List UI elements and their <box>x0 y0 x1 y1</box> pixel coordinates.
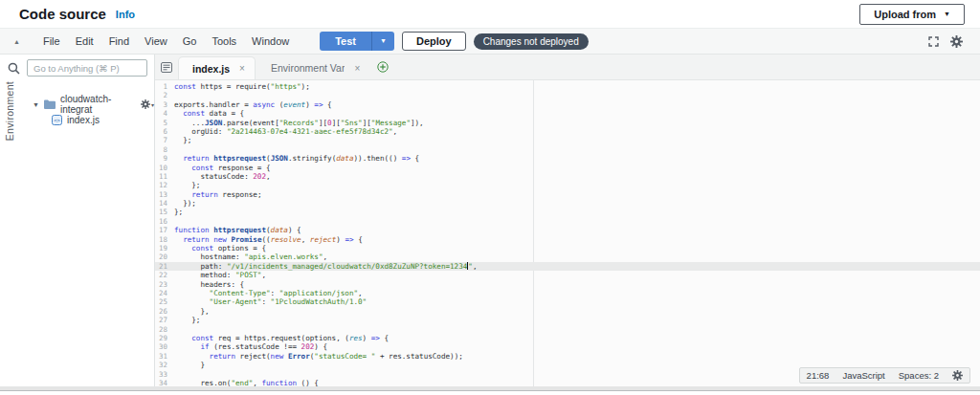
settings-gear-icon[interactable] <box>950 35 963 48</box>
menu-tools[interactable]: Tools <box>204 33 244 50</box>
code-line[interactable]: 28 <box>155 325 980 334</box>
tab-bar: index.js×Environment Var× <box>155 55 980 80</box>
close-icon[interactable]: × <box>239 63 245 74</box>
code-line[interactable]: 31 return reject(new Error("statusCode= … <box>155 352 980 361</box>
folder-icon <box>44 99 56 109</box>
menubar-menus: FileEditFindViewGoToolsWindow <box>35 33 297 50</box>
code-line[interactable]: 9 return httpsrequest(JSON.stringify(dat… <box>155 154 980 163</box>
code-text: const options = { <box>174 244 266 252</box>
tree-file-row-indexjs[interactable]: <> index.js <box>25 112 154 127</box>
new-tab-icon[interactable] <box>377 61 389 73</box>
code-line[interactable]: 19 const options = { <box>155 244 980 252</box>
code-text: }; <box>174 136 191 144</box>
line-number: 24 <box>155 289 174 297</box>
code-line[interactable]: 30 if (res.statusCode !== 202) { <box>155 342 980 351</box>
code-line[interactable]: 23 headers: { <box>155 280 980 289</box>
menu-view[interactable]: View <box>137 33 175 50</box>
editor-status-bar: 21:68 JavaScript Spaces: 2 <box>799 367 970 384</box>
code-line[interactable]: 29 const req = https.request(options, (r… <box>155 334 980 342</box>
code-line[interactable]: 20 hostname: "apis.elven.works", <box>155 252 980 261</box>
line-number: 21 <box>155 262 174 271</box>
code-text: ...JSON.parse(event["Records"][0]["Sns"]… <box>174 119 424 127</box>
code-text: } <box>174 361 205 369</box>
code-line[interactable]: 15}; <box>155 208 980 216</box>
code-text: }); <box>174 199 196 208</box>
menu-window[interactable]: Window <box>244 33 297 50</box>
code-line[interactable]: 16 <box>155 217 980 226</box>
close-icon[interactable]: × <box>354 63 360 74</box>
code-line[interactable]: 18 return new Promise((resolve, reject) … <box>155 235 980 244</box>
language-mode[interactable]: JavaScript <box>842 370 884 381</box>
page-title: Code source <box>19 6 106 22</box>
code-line[interactable]: 8 <box>155 145 980 154</box>
tab-list-icon[interactable] <box>161 62 172 73</box>
code-line[interactable]: 17function httpsrequest(data) { <box>155 226 980 234</box>
code-text: exports.handler = async (event) => { <box>174 100 332 109</box>
code-line[interactable]: 7 }; <box>155 136 980 144</box>
code-line[interactable]: 21 path: "/v1/incidents_managed/cloudwat… <box>155 262 980 271</box>
environment-panel-tab[interactable]: Environment <box>4 81 15 141</box>
svg-text:<>: <> <box>54 116 61 122</box>
chevron-down-icon[interactable]: ▼ <box>33 101 39 108</box>
line-number: 6 <box>155 127 174 136</box>
code-line[interactable]: 14 }); <box>155 199 980 208</box>
code-text: }; <box>174 316 200 324</box>
folder-settings-button[interactable]: ▾ <box>141 99 154 109</box>
code-text: return httpsrequest(JSON.stringify(data)… <box>174 154 419 163</box>
line-number: 3 <box>155 100 174 109</box>
menu-go[interactable]: Go <box>175 33 205 50</box>
info-link[interactable]: Info <box>116 9 135 20</box>
line-number: 4 <box>155 109 174 118</box>
line-number: 5 <box>155 119 174 127</box>
code-line[interactable]: 22 method: "POST", <box>155 271 980 279</box>
code-line[interactable]: 25 "User-Agent": "1PcloudWatchAuth/1.0" <box>155 297 980 306</box>
deploy-button[interactable]: Deploy <box>402 32 466 51</box>
code-line[interactable]: 12 }; <box>155 181 980 189</box>
go-to-anything-input[interactable] <box>27 59 147 77</box>
menu-file[interactable]: File <box>35 33 68 50</box>
code-line[interactable]: 1const https = require("https"); <box>155 82 980 91</box>
cursor-position[interactable]: 21:68 <box>807 370 830 381</box>
chevron-down-icon: ▼ <box>944 11 950 17</box>
upload-from-label: Upload from <box>874 9 936 20</box>
code-line[interactable]: 2 <box>155 91 980 99</box>
code-text: }; <box>174 181 200 189</box>
code-text: path: "/v1/incidents_managed/cloudwatch/… <box>174 262 477 271</box>
code-line[interactable]: 24 "Content-Type": "application/json", <box>155 289 980 297</box>
code-text: return response; <box>174 190 261 199</box>
menu-edit[interactable]: Edit <box>68 33 101 50</box>
line-number: 34 <box>155 379 174 386</box>
code-line[interactable]: 6 orgUid: "2a214463-07e4-4321-aaec-efe5f… <box>155 127 980 136</box>
code-text: "Content-Type": "application/json", <box>174 289 363 297</box>
upload-from-button[interactable]: Upload from ▼ <box>859 4 965 25</box>
line-number: 19 <box>155 244 174 252</box>
code-editor[interactable]: 1const https = require("https");23export… <box>155 80 980 386</box>
editor-settings-gear-icon[interactable] <box>952 370 963 381</box>
file-tree: ▼ cloudwatch-integrat ▾ <> index.js <box>25 97 154 127</box>
search-icon[interactable] <box>8 61 20 78</box>
line-number: 27 <box>155 316 174 324</box>
code-line[interactable]: 4 const data = { <box>155 109 980 118</box>
code-line[interactable]: 27 }; <box>155 316 980 324</box>
line-number: 18 <box>155 235 174 244</box>
tab-index-js[interactable]: index.js× <box>178 56 256 79</box>
code-line[interactable]: 26 }, <box>155 307 980 316</box>
line-number: 31 <box>155 352 174 361</box>
code-line[interactable]: 3exports.handler = async (event) => { <box>155 100 980 109</box>
code-line[interactable]: 11 statusCode: 202, <box>155 172 980 181</box>
test-button[interactable]: Test ▼ <box>320 32 394 51</box>
code-line[interactable]: 5 ...JSON.parse(event["Records"][0]["Sns… <box>155 119 980 127</box>
line-number: 11 <box>155 172 174 181</box>
code-text: function httpsrequest(data) { <box>174 226 301 234</box>
tab-environment-var[interactable]: Environment Var× <box>257 56 369 79</box>
code-line[interactable]: 13 return response; <box>155 190 980 199</box>
collapse-panel-icon[interactable]: ▲ <box>13 38 20 45</box>
line-number: 20 <box>155 252 174 261</box>
code-line[interactable]: 10 const response = { <box>155 164 980 172</box>
fullscreen-icon[interactable] <box>928 36 939 47</box>
test-dropdown-icon[interactable]: ▼ <box>371 32 394 51</box>
indentation-setting[interactable]: Spaces: 2 <box>899 370 939 381</box>
menu-find[interactable]: Find <box>101 33 137 50</box>
tree-folder-row[interactable]: ▼ cloudwatch-integrat ▾ <box>25 97 154 112</box>
code-text: const data = { <box>174 109 244 118</box>
